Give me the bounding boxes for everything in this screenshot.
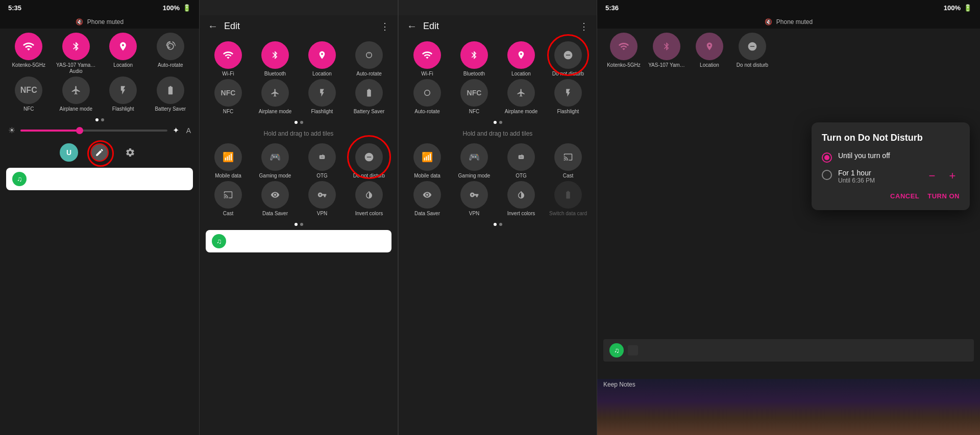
bluetooth-icon-right[interactable] [653, 33, 680, 60]
dnd-minus-button[interactable]: − [925, 169, 939, 183]
wifi-icon-mid1[interactable] [214, 41, 242, 69]
autorotate-icon-left[interactable] [157, 33, 184, 60]
tile-dnd-mid2[interactable]: Do not disturb [546, 41, 591, 77]
wifi-icon-right[interactable] [610, 33, 638, 60]
tile-location-right[interactable]: Location [689, 33, 730, 68]
tile-invertcolors-mid1[interactable]: Invert colors [347, 181, 391, 217]
tile-invertcolors-mid2[interactable]: Invert colors [499, 181, 544, 217]
airplane-icon-left[interactable] [62, 76, 90, 104]
tile-nfc-mid2[interactable]: NFC NFC [452, 79, 497, 115]
tile-location-mid2[interactable]: Location [499, 41, 544, 77]
settings-button-left[interactable] [121, 143, 139, 162]
brightness-track[interactable] [20, 130, 167, 132]
spotify-bar-right[interactable]: ♫ [603, 339, 974, 362]
dnd-icon-right[interactable] [739, 33, 766, 60]
otg-icon-mid2[interactable] [507, 143, 535, 171]
tile-airplane-left[interactable]: Airplane mode [54, 76, 99, 112]
tile-datasaver-mid2[interactable]: Data Saver [405, 181, 450, 217]
vpn-icon-mid2[interactable] [460, 181, 488, 209]
user-avatar-left[interactable]: U [60, 143, 78, 162]
tile-bluetooth-mid2[interactable]: Bluetooth [452, 41, 497, 77]
tile-otg-mid1[interactable]: OTG [300, 143, 345, 179]
tile-batterysaver-left[interactable]: Battery Saver [148, 76, 193, 112]
otg-icon-mid1[interactable] [308, 143, 336, 171]
invertcolors-icon-mid2[interactable] [507, 181, 535, 209]
tile-autorotate-left[interactable]: Auto-rotate [148, 33, 193, 74]
brightness-row-left[interactable]: ☀ ✦ A [0, 123, 199, 139]
bluetooth-icon-mid1[interactable] [261, 41, 289, 69]
tile-nfc-left[interactable]: NFC NFC [6, 76, 52, 112]
gaming-icon-mid2[interactable]: 🎮 [460, 143, 488, 171]
switchdata-icon-mid2[interactable] [554, 181, 582, 209]
location-icon-mid1[interactable] [308, 41, 336, 69]
radio-until-off[interactable] [822, 152, 832, 163]
airplane-icon-mid1[interactable] [261, 79, 289, 107]
radio-1hour[interactable] [822, 170, 832, 180]
dnd-turnon-button[interactable]: TURN ON [927, 192, 960, 200]
spotify-bar-left[interactable]: ♫ [6, 168, 193, 190]
tile-wifi-right[interactable]: Kotenko-5GHz [603, 33, 644, 68]
tile-cast-mid1[interactable]: Cast [206, 181, 251, 217]
batterysaver-icon-left[interactable] [157, 76, 184, 104]
tile-wifi-mid1[interactable]: Wi-Fi [206, 41, 251, 77]
invertcolors-icon-mid1[interactable] [355, 181, 383, 209]
tile-otg-mid2[interactable]: OTG [499, 143, 544, 179]
tile-location-mid1[interactable]: Location [300, 41, 345, 77]
datasaver-icon-mid1[interactable] [261, 181, 289, 209]
wifi-icon-left[interactable] [15, 33, 42, 60]
bluetooth-icon-mid2[interactable] [460, 41, 488, 69]
dnd-plus-button[interactable]: + [945, 169, 960, 183]
mobiledata-icon-mid1[interactable]: 📶 [214, 143, 242, 171]
batterysaver-icon-mid1[interactable] [355, 79, 383, 107]
location-icon-left[interactable] [109, 33, 137, 60]
location-icon-mid2[interactable] [507, 41, 535, 69]
tile-bluetooth-right[interactable]: YAS-107 Yam… [646, 33, 687, 68]
tile-wifi-left[interactable]: Kotenko-5GHz [6, 33, 52, 74]
tile-autorotate-mid1[interactable]: Auto-rotate [347, 41, 391, 77]
tile-flashlight-mid1[interactable]: Flashlight [300, 79, 345, 115]
tile-wifi-mid2[interactable]: Wi-Fi [405, 41, 450, 77]
dnd-option-until-off[interactable]: Until you turn off [822, 151, 960, 163]
tile-mobiledata-mid2[interactable]: 📶 Mobile data [405, 143, 450, 179]
tile-cast-mid2[interactable]: Cast [546, 143, 591, 179]
tile-vpn-mid2[interactable]: VPN [452, 181, 497, 217]
back-button-mid1[interactable]: ← [208, 20, 218, 32]
autorotate-icon-mid2[interactable] [413, 79, 441, 107]
vpn-icon-mid1[interactable] [308, 181, 336, 209]
dnd-icon-mid1[interactable] [355, 143, 383, 171]
flashlight-icon-mid1[interactable] [308, 79, 336, 107]
tile-location-left[interactable]: Location [101, 33, 146, 74]
autorotate-icon-mid1[interactable] [355, 41, 383, 69]
mobiledata-icon-mid2[interactable]: 📶 [413, 143, 441, 171]
gaming-icon-mid1[interactable]: 🎮 [261, 143, 289, 171]
tile-gaming-mid1[interactable]: 🎮 Gaming mode [253, 143, 298, 179]
tile-autorotate-mid2[interactable]: Auto-rotate [405, 79, 450, 115]
more-button-mid1[interactable]: ⋮ [380, 21, 389, 32]
datasaver-icon-mid2[interactable] [413, 181, 441, 209]
tile-batterysaver-mid1[interactable]: Battery Saver [347, 79, 391, 115]
tile-switchdata-mid2[interactable]: Switch data card [546, 181, 591, 217]
tile-dnd-right[interactable]: Do not disturb [732, 33, 773, 68]
cast-icon-mid2[interactable] [554, 143, 582, 171]
cast-icon-mid1[interactable] [214, 181, 242, 209]
tile-flashlight-mid2[interactable]: Flashlight [546, 79, 591, 115]
flashlight-icon-mid2[interactable] [554, 79, 582, 107]
tile-bluetooth-mid1[interactable]: Bluetooth [253, 41, 298, 77]
tile-flashlight-left[interactable]: Flashlight [101, 76, 146, 112]
auto-brightness-icon[interactable]: A [186, 126, 191, 135]
nfc-icon-left[interactable]: NFC [15, 76, 42, 104]
more-button-mid2[interactable]: ⋮ [579, 21, 589, 32]
dnd-cancel-button[interactable]: CANCEL [890, 192, 919, 200]
tile-airplane-mid1[interactable]: Airplane mode [253, 79, 298, 115]
edit-button-left[interactable] [90, 143, 109, 162]
location-icon-right[interactable] [696, 33, 723, 60]
tile-dnd-mid1[interactable]: Do not disturb [347, 143, 391, 179]
airplane-icon-mid2[interactable] [507, 79, 535, 107]
back-button-mid2[interactable]: ← [407, 20, 417, 32]
spotify-bar-mid1[interactable]: ♫ [206, 230, 391, 252]
dnd-icon-mid2[interactable] [554, 41, 582, 69]
tile-datasaver-mid1[interactable]: Data Saver [253, 181, 298, 217]
tile-vpn-mid1[interactable]: VPN [300, 181, 345, 217]
flashlight-icon-left[interactable] [109, 76, 137, 104]
tile-mobiledata-mid1[interactable]: 📶 Mobile data [206, 143, 251, 179]
